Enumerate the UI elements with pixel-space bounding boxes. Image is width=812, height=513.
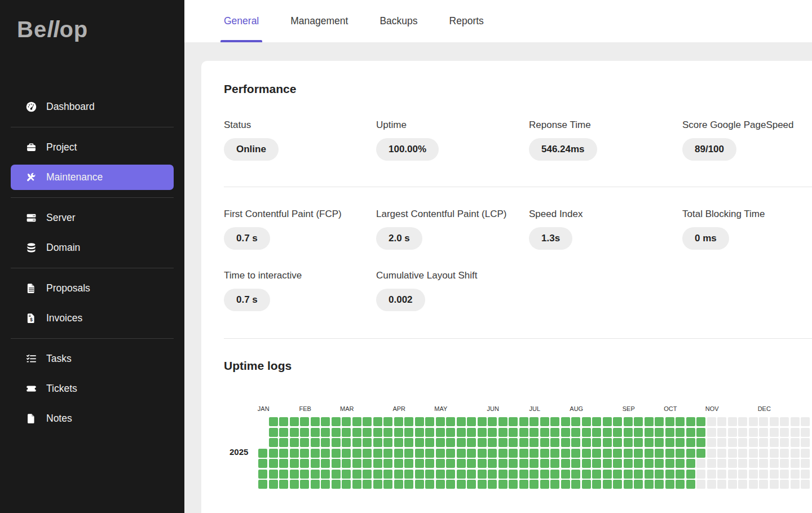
uptime-day-cell (425, 459, 434, 468)
uptime-day-cell (290, 449, 299, 458)
uptime-day-cell (332, 417, 341, 426)
uptime-day-cell (707, 470, 716, 479)
uptime-day-cell (352, 417, 361, 426)
uptime-day-cell (436, 438, 445, 447)
uptime-day-cell (446, 438, 455, 447)
uptime-day-cell (363, 428, 372, 437)
uptime-day-cell (770, 438, 779, 447)
uptime-day-cell (613, 459, 622, 468)
heatmap-week-column (425, 417, 434, 489)
uptime-day-cell (582, 438, 591, 447)
uptime-day-cell (707, 449, 716, 458)
tab-bar: GeneralManagementBackupsReports (184, 0, 812, 42)
sidebar-item-maintenance[interactable]: Maintenance (11, 165, 174, 190)
uptime-day-cell (592, 449, 601, 458)
uptime-day-cell (352, 428, 361, 437)
uptime-day-cell (446, 459, 455, 468)
uptime-day-cell (415, 470, 424, 479)
heatmap-week-column (509, 417, 518, 489)
uptime-day-cell (352, 470, 361, 479)
tab-general[interactable]: General (224, 0, 259, 42)
heatmap-week-column (686, 417, 695, 489)
uptime-day-cell (571, 449, 580, 458)
heatmap-week-column (467, 417, 476, 489)
metric-value-pill: 1.3s (529, 227, 572, 250)
uptime-day-cell (415, 438, 424, 447)
uptime-day-cell (592, 459, 601, 468)
uptime-day-cell (436, 480, 445, 489)
uptime-day-cell (780, 428, 789, 437)
uptime-day-cell (425, 428, 434, 437)
uptime-day-cell (509, 480, 518, 489)
uptime-day-cell (561, 459, 570, 468)
uptime-day-cell (780, 480, 789, 489)
tab-reports[interactable]: Reports (449, 0, 484, 42)
uptime-day-cell (759, 417, 768, 426)
uptime-day-cell (634, 428, 643, 437)
tab-backups[interactable]: Backups (379, 0, 417, 42)
metric: Largest Contentful Paint (LCP)2.0 s (376, 209, 529, 250)
uptime-day-cell (446, 417, 455, 426)
uptime-day-cell (373, 417, 382, 426)
uptime-day-cell (383, 470, 392, 479)
sidebar-item-tickets[interactable]: Tickets (11, 376, 174, 401)
sidebar-item-tasks[interactable]: Tasks (11, 346, 174, 372)
sidebar-item-invoices[interactable]: $Invoices (11, 306, 174, 331)
uptime-day-cell (791, 480, 800, 489)
heatmap-month-label: FEB (299, 405, 311, 412)
uptime-day-cell (436, 417, 445, 426)
uptime-day-cell (457, 480, 466, 489)
sidebar-item-proposals[interactable]: Proposals (11, 276, 174, 301)
uptime-day-cell (363, 449, 372, 458)
heatmap-week-column (696, 417, 705, 489)
uptime-day-cell (488, 459, 497, 468)
section-divider (224, 187, 812, 187)
uptime-day-cell (550, 470, 559, 479)
sidebar-item-dashboard[interactable]: Dashboard (11, 94, 174, 120)
uptime-day-cell (342, 417, 351, 426)
sidebar-item-notes[interactable]: Notes (11, 406, 174, 431)
uptime-day-cell (457, 438, 466, 447)
uptime-day-cell (519, 470, 528, 479)
uptime-day-cell (696, 459, 705, 468)
uptime-day-cell (717, 470, 726, 479)
uptime-day-cell (738, 449, 747, 458)
uptime-day-cell (603, 480, 612, 489)
uptime-day-cell (634, 470, 643, 479)
tab-management[interactable]: Management (290, 0, 348, 42)
uptime-day-cell (550, 480, 559, 489)
uptime-day-cell (749, 470, 758, 479)
metric-label: Time to interactive (224, 270, 376, 281)
uptime-day-cell (624, 480, 633, 489)
heatmap-week-column (394, 417, 403, 489)
uptime-day-cell (498, 449, 508, 458)
uptime-day-cell (676, 417, 685, 426)
uptime-day-cell (478, 417, 487, 426)
sidebar: Bellop DashboardProjectMaintenanceServer… (0, 0, 184, 513)
sidebar-item-server[interactable]: Server (11, 205, 174, 231)
uptime-day-cell (676, 470, 685, 479)
uptime-day-cell (540, 480, 549, 489)
uptime-day-cell (655, 459, 664, 468)
uptime-day-cell (300, 438, 309, 447)
uptime-day-cell (801, 428, 810, 437)
uptime-day-cell (478, 449, 487, 458)
uptime-day-cell (645, 449, 654, 458)
uptime-day-cell (613, 470, 622, 479)
uptime-day-cell (519, 459, 528, 468)
uptime-day-cell (603, 470, 612, 479)
uptime-day-cell (300, 459, 309, 468)
metric-value-pill: 2.0 s (376, 227, 422, 250)
uptime-day-cell (592, 428, 601, 437)
uptime-day-cell (801, 438, 810, 447)
uptime-day-cell (645, 417, 654, 426)
uptime-day-cell (561, 428, 570, 437)
uptime-day-cell (624, 449, 633, 458)
uptime-day-cell (352, 449, 361, 458)
sidebar-item-project[interactable]: Project (11, 135, 174, 160)
heatmap-month-label: NOV (705, 405, 719, 412)
heatmap-week-column (634, 417, 643, 489)
uptime-day-cell (749, 428, 758, 437)
uptime-day-cell (457, 470, 466, 479)
sidebar-item-domain[interactable]: Domain (11, 235, 174, 260)
